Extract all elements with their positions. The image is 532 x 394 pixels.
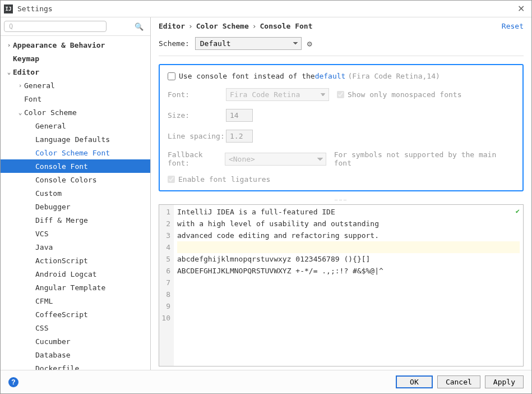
tree-item-label: General [35, 122, 66, 130]
tree-item-label: Font [24, 95, 41, 103]
default-font-link[interactable]: default [315, 72, 346, 80]
gear-icon[interactable]: ⚙ [307, 39, 312, 49]
tree-item-label: ActionScript [35, 256, 88, 265]
tree-item[interactable]: Android Logcat [1, 267, 150, 281]
tree-item[interactable]: Keymap [1, 52, 150, 65]
chevron-icon: ⌄ [16, 109, 24, 116]
reset-link[interactable]: Reset [502, 22, 524, 30]
line-spacing-input [226, 130, 253, 143]
tree-item-label: VCS [35, 230, 48, 238]
breadcrumb-part[interactable]: Color Scheme [196, 22, 249, 30]
tree-item[interactable]: Color Scheme Font [1, 146, 150, 159]
tree-item[interactable]: Debugger [1, 200, 150, 213]
tree-item[interactable]: Custom [1, 186, 150, 200]
chevron-icon: › [16, 82, 24, 89]
tree-item-label: Cucumber [35, 337, 71, 346]
tree-item[interactable]: ⌄Editor [1, 65, 150, 79]
size-label: Size: [168, 111, 226, 120]
tree-item[interactable]: Console Font [1, 159, 150, 173]
button-bar: ? OK Cancel Apply [1, 370, 531, 393]
settings-tree[interactable]: ›Appearance & BehaviorKeymap⌄Editor›Gene… [1, 36, 150, 370]
ligatures-label: Enable font ligatures [178, 175, 270, 184]
ligatures-checkbox [168, 176, 175, 183]
tree-item[interactable]: Language Defaults [1, 132, 150, 146]
scheme-label: Scheme: [159, 39, 189, 48]
line-spacing-label: Line spacing: [168, 132, 226, 140]
chevron-icon: › [5, 42, 13, 49]
font-select: Fira Code Retina [226, 88, 329, 101]
tree-item[interactable]: Font [1, 92, 150, 106]
tree-item-label: Language Defaults [35, 135, 110, 144]
show-monospace-label: Show only monospaced fonts [348, 90, 462, 99]
editor-line [177, 241, 520, 253]
tree-item[interactable]: Console Colors [1, 173, 150, 186]
tree-item[interactable]: ⌄Color Scheme [1, 106, 150, 119]
editor-gutter: 12345678910 [159, 205, 174, 366]
tree-item-label: General [24, 81, 55, 90]
tree-item[interactable]: Diff & Merge [1, 213, 150, 227]
search-input[interactable] [4, 21, 107, 32]
app-icon: IJ [4, 4, 13, 13]
tree-item[interactable]: General [1, 119, 150, 132]
tree-item[interactable]: CoffeeScript [1, 308, 150, 321]
editor-line: IntelliJ IDEA is a full-featured IDE [177, 208, 335, 216]
tree-item[interactable]: ActionScript [1, 254, 150, 267]
close-icon[interactable]: ✕ [514, 3, 528, 14]
tree-item-label: CoffeeScript [35, 310, 88, 319]
help-icon[interactable]: ? [8, 377, 18, 387]
tree-item-label: Diff & Merge [35, 216, 88, 225]
size-input [226, 109, 253, 122]
tree-item-label: Angular Template [35, 283, 105, 292]
fallback-hint: For symbols not supported by the main fo… [334, 150, 515, 167]
tree-item[interactable]: CSS [1, 321, 150, 335]
ok-button[interactable]: OK [396, 375, 433, 388]
breadcrumb: Editor › Color Scheme › Console Font Res… [151, 17, 531, 34]
scheme-select[interactable]: Default [195, 37, 302, 50]
tree-item-label: Java [35, 243, 53, 251]
window-title: Settings [17, 4, 53, 13]
titlebar: IJ Settings ✕ [1, 1, 531, 17]
cancel-button[interactable]: Cancel [437, 375, 480, 388]
panel-resizer[interactable]: ┄┄┄ [151, 196, 531, 204]
tree-item[interactable]: Java [1, 240, 150, 254]
tree-item-label: Database [35, 351, 71, 359]
use-console-font-label: Use console font instead of the [179, 72, 315, 80]
tree-item-label: CSS [35, 324, 48, 332]
checkmark-icon: ✔ [516, 207, 520, 215]
tree-item[interactable]: Database [1, 348, 150, 361]
tree-item[interactable]: Cucumber [1, 335, 150, 348]
tree-item[interactable]: Dockerfile [1, 361, 150, 370]
fallback-font-select: <None> [225, 153, 326, 166]
font-label: Font: [168, 90, 226, 99]
font-settings-panel: Use console font instead of the default … [159, 64, 524, 191]
tree-item[interactable]: ›Appearance & Behavior [1, 38, 150, 52]
font-preview: 12345678910 IntelliJ IDEA is a full-feat… [159, 204, 524, 366]
tree-item-label: Editor [13, 68, 39, 76]
tree-item-label: CFML [35, 297, 53, 305]
chevron-right-icon: › [188, 22, 193, 30]
sidebar: 🔍 ›Appearance & BehaviorKeymap⌄Editor›Ge… [1, 17, 151, 370]
tree-item-label: Color Scheme Font [35, 149, 110, 157]
editor-line: ABCDEFGHIJKLMNOPQRSTUVWXYZ +-*/= .,;:!? … [177, 267, 383, 275]
tree-item[interactable]: Angular Template [1, 281, 150, 294]
show-monospace-checkbox [337, 91, 344, 98]
fallback-font-label: Fallback font: [168, 150, 225, 167]
tree-item[interactable]: VCS [1, 227, 150, 240]
tree-item-label: Keymap [13, 54, 39, 63]
editor-line: advanced code editing and refactoring su… [177, 231, 379, 240]
tree-item[interactable]: ›General [1, 79, 150, 92]
breadcrumb-part[interactable]: Editor [159, 22, 185, 30]
editor-line: with a high level of usability and outst… [177, 219, 379, 228]
tree-item-label: Console Font [35, 162, 88, 171]
tree-item-label: Appearance & Behavior [13, 41, 105, 49]
editor-text[interactable]: IntelliJ IDEA is a full-featured IDE wit… [174, 205, 523, 366]
tree-item-label: Dockerfile [35, 364, 79, 370]
use-console-font-checkbox[interactable] [168, 72, 175, 80]
tree-item[interactable]: CFML [1, 294, 150, 308]
default-font-hint: (Fira Code Retina,14) [348, 72, 440, 80]
apply-button[interactable]: Apply [485, 375, 524, 388]
tree-item-label: Color Scheme [24, 108, 77, 117]
tree-item-label: Debugger [35, 203, 71, 211]
editor-line: abcdefghijklmnopqrstuvwxyz 0123456789 ()… [177, 255, 370, 263]
chevron-right-icon: › [252, 22, 257, 30]
